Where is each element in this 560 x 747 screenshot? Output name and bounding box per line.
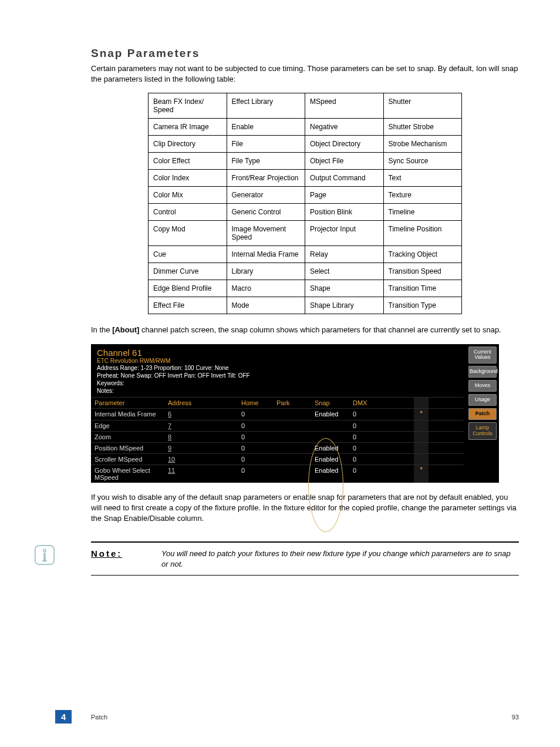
about-text-pre: In the <box>91 325 112 334</box>
table-cell: Edge Blend Profile <box>149 280 227 297</box>
table-cell: Page <box>305 187 384 204</box>
cell-home: 0 <box>238 409 273 420</box>
table-cell: Color Effect <box>149 153 227 170</box>
chapter-section-label: Patch <box>91 714 107 721</box>
sidebar-tab-lamp-controls[interactable]: Lamp Controls <box>468 422 497 440</box>
table-cell: File <box>227 136 305 153</box>
table-cell: Mode <box>227 297 305 314</box>
table-cell: Output Command <box>305 170 384 187</box>
snap-parameters-table: Beam FX Index/ SpeedEffect LibraryMSpeed… <box>148 93 462 314</box>
col-home: Home <box>238 398 273 408</box>
about-text-post: channel patch screen, the snap column sh… <box>139 325 501 334</box>
cell-param: Edge <box>91 420 164 431</box>
cell-param: Scroller MSpeed <box>91 454 164 465</box>
col-snap: Snap <box>311 398 349 408</box>
cell-address: 8 <box>164 432 238 442</box>
sidebar-tab-current-values[interactable]: Current Values <box>468 346 497 364</box>
table-cell: Effect File <box>149 297 227 314</box>
scroll-up-icon[interactable]: ˄ <box>414 409 429 420</box>
table-row: Edge Blend ProfileMacroShapeTransition T… <box>149 280 462 297</box>
cell-param: Zoom <box>91 432 164 442</box>
table-cell: Generator <box>227 187 305 204</box>
channel-title: Channel 61 <box>97 348 458 358</box>
post-paragraph: If you wish to disable any of the defaul… <box>91 492 519 524</box>
col-address: Address <box>164 398 238 408</box>
sidebar-tab-moves[interactable]: Moves <box>468 380 497 392</box>
table-cell: Shape <box>305 280 384 297</box>
table-cell: Shutter Strobe <box>383 119 462 136</box>
table-cell: Macro <box>227 280 305 297</box>
cell-address: 9 <box>164 443 238 453</box>
note-text: You will need to patch your fixtures to … <box>161 549 519 569</box>
sidebar-tab-patch[interactable]: Patch <box>468 408 497 420</box>
info-line-4: Notes: <box>97 387 458 395</box>
table-cell: Transition Time <box>383 280 462 297</box>
table-cell: File Type <box>227 153 305 170</box>
table-cell: Front/Rear Projection <box>227 170 305 187</box>
col-dmx: DMX <box>349 398 414 408</box>
section-heading: Snap Parameters <box>91 47 519 60</box>
svg-point-1 <box>43 549 46 551</box>
cell-home: 0 <box>238 420 273 431</box>
info-line-3: Keywords: <box>97 379 458 387</box>
cell-snap <box>311 432 349 442</box>
col-parameter: Parameter <box>91 398 164 408</box>
table-cell: Shutter <box>383 93 462 119</box>
table-cell: Image Movement Speed <box>227 221 305 246</box>
table-row: Camera IR ImageEnableNegativeShutter Str… <box>149 119 462 136</box>
table-row: ControlGeneric ControlPosition BlinkTime… <box>149 204 462 221</box>
table-cell: Dimmer Curve <box>149 263 227 280</box>
cell-park <box>273 432 311 442</box>
table-row: CueInternal Media FrameRelayTracking Obj… <box>149 246 462 263</box>
cell-dmx: 0 <box>349 409 414 420</box>
table-row: Color EffectFile TypeObject FileSync Sou… <box>149 153 462 170</box>
sidebar-tab-background[interactable]: Background <box>468 366 497 378</box>
cell-park <box>273 443 311 453</box>
col-arrow <box>414 398 429 408</box>
cell-param: Gobo Wheel Select MSpeed <box>91 465 164 483</box>
table-cell: Select <box>305 263 384 280</box>
table-cell: Transition Type <box>383 297 462 314</box>
about-paragraph: In the [About] channel patch screen, the… <box>91 325 519 335</box>
cell-address: 6 <box>164 409 238 420</box>
cell-home: 0 <box>238 465 273 483</box>
cell-dmx: 0 <box>349 432 414 442</box>
cell-address: 11 <box>164 465 238 483</box>
info-line-1: Address Range: 1-23 Proportion: 100 Curv… <box>97 364 458 372</box>
cell-param: Internal Media Frame <box>91 409 164 420</box>
info-line-2: Preheat: None Swap: OFF Invert Pan: OFF … <box>97 372 458 379</box>
cell-snap: Enabled <box>311 465 349 483</box>
param-table-header: Parameter Address Home Park Snap DMX <box>91 397 464 408</box>
page-number: 93 <box>512 714 519 721</box>
note-block: Note: You will need to patch your fixtur… <box>91 541 519 576</box>
param-table-row: Zoom800 <box>91 431 464 442</box>
scroll-mid-icon <box>414 432 429 442</box>
param-table-row: Edge700 <box>91 420 464 431</box>
sidebar-tab-usage[interactable]: Usage <box>468 394 497 406</box>
intro-paragraph: Certain parameters may not want to be su… <box>91 63 519 85</box>
table-cell: Strobe Mechanism <box>383 136 462 153</box>
table-cell: Relay <box>305 246 384 263</box>
table-cell: Control <box>149 204 227 221</box>
table-cell: Camera IR Image <box>149 119 227 136</box>
table-row: Dimmer CurveLibrarySelectTransition Spee… <box>149 263 462 280</box>
table-cell: Internal Media Frame <box>227 246 305 263</box>
about-channel-screenshot: Channel 61 ETC Revolution RWM/RWM Addres… <box>91 344 499 483</box>
table-cell: Color Mix <box>149 187 227 204</box>
table-row: Clip DirectoryFileObject DirectoryStrobe… <box>149 136 462 153</box>
table-row: Color MixGeneratorPageTexture <box>149 187 462 204</box>
table-row: Effect FileModeShape LibraryTransition T… <box>149 297 462 314</box>
scroll-down-icon[interactable]: ˅ <box>414 465 429 483</box>
table-cell: Effect Library <box>227 93 305 119</box>
cell-address: 10 <box>164 454 238 465</box>
table-cell: Shape Library <box>305 297 384 314</box>
cell-snap: Enabled <box>311 454 349 465</box>
table-cell: Sync Source <box>383 153 462 170</box>
note-label: Note: <box>91 549 161 558</box>
table-cell: Timeline Position <box>383 221 462 246</box>
table-cell: Copy Mod <box>149 221 227 246</box>
col-park: Park <box>273 398 311 408</box>
fixture-name: ETC Revolution RWM/RWM <box>97 358 458 364</box>
table-cell: Enable <box>227 119 305 136</box>
page-footer: 4 Patch 93 <box>0 709 560 724</box>
